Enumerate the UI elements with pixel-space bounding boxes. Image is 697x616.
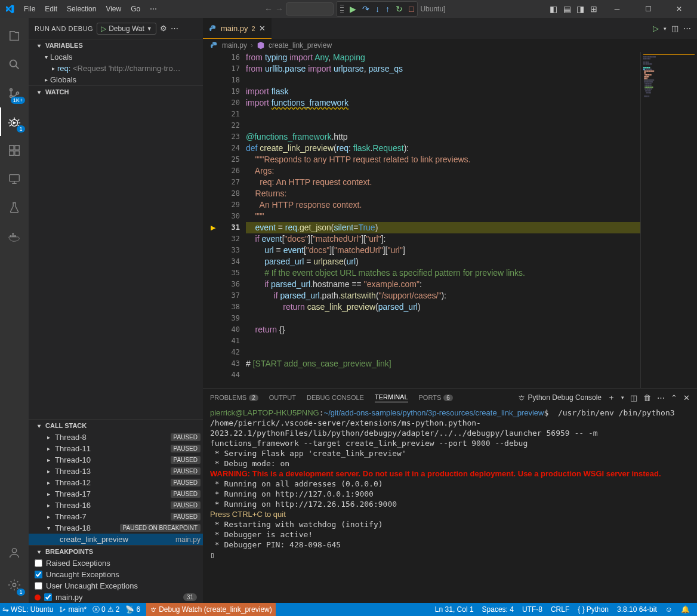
callstack-header[interactable]: ▾CALL STACK (29, 420, 203, 432)
tab-ports[interactable]: PORTS6 (419, 394, 453, 401)
thread-row[interactable]: ▸Thread-11PAUSED (29, 443, 203, 454)
variables-header[interactable]: ▾VARIABLES (29, 39, 203, 51)
menu-overflow[interactable]: ⋯ (145, 2, 162, 16)
variables-locals[interactable]: ▾Locals (29, 51, 203, 63)
extensions-icon[interactable] (0, 136, 29, 165)
step-out-icon[interactable]: ↑ (385, 4, 390, 14)
problems-status[interactable]: ⓧ0⚠2 (92, 605, 119, 615)
gutter[interactable]: ▶ (203, 52, 223, 388)
close-tab-icon[interactable]: ✕ (259, 24, 266, 33)
eol[interactable]: CRLF (551, 605, 569, 614)
tab-problems[interactable]: PROBLEMS2 (210, 394, 258, 401)
cursor-position[interactable]: Ln 31, Col 1 (435, 605, 474, 614)
nav-forward-icon[interactable]: → (275, 4, 283, 14)
tab-debug-console[interactable]: DEBUG CONSOLE (307, 394, 364, 401)
vscode-logo (5, 4, 14, 14)
debug-config-name: Debug Wat (109, 24, 144, 33)
terminal-output[interactable]: pierrick@LAPTOP-HKU5PNNG:~/git/add-ons-s… (203, 406, 697, 603)
bp-uncaught[interactable]: Uncaught Exceptions (29, 569, 203, 580)
svg-point-18 (60, 611, 61, 612)
breadcrumb[interactable]: main.py › create_link_preview (203, 39, 697, 52)
toggle-panel-left-icon[interactable]: ◧ (550, 4, 557, 14)
restart-icon[interactable]: ↻ (396, 4, 403, 14)
thread-row[interactable]: ▸Thread-16PAUSED (29, 500, 203, 511)
python-version[interactable]: 3.8.10 64-bit (617, 605, 657, 614)
git-branch[interactable]: main* (59, 605, 87, 614)
toggle-panel-bottom-icon[interactable]: ▤ (563, 4, 571, 14)
terminal-more-icon[interactable]: ⋯ (657, 393, 665, 402)
ports-status[interactable]: 📡6 (125, 605, 140, 614)
docker-icon[interactable] (0, 222, 29, 251)
step-over-icon[interactable]: ↷ (362, 4, 369, 14)
notifications-icon[interactable]: 🔔 (681, 605, 690, 614)
step-into-icon[interactable]: ↓ (375, 4, 380, 14)
stack-frame[interactable]: create_link_previewmain.py (29, 534, 203, 545)
menu-go[interactable]: Go (126, 2, 145, 16)
thread-row[interactable]: ▸Thread-17PAUSED (29, 488, 203, 500)
encoding[interactable]: UTF-8 (522, 605, 542, 614)
menu-view[interactable]: View (101, 2, 126, 16)
close-button[interactable]: ✕ (666, 0, 692, 18)
new-terminal-icon[interactable]: ＋ (607, 392, 615, 403)
minimize-button[interactable]: ─ (604, 0, 630, 18)
bp-raised[interactable]: Raised Exceptions (29, 558, 203, 569)
titlebar: FileEditSelectionViewGo ⋯ ← → ▶ ↷ ↓ ↑ ↻ … (0, 0, 697, 18)
more-actions-icon[interactable]: ⋯ (683, 24, 691, 33)
terminal-selector[interactable]: Python Debug Console (517, 393, 602, 402)
tab-main-py[interactable]: main.py 2 ✕ (203, 18, 272, 39)
kill-terminal-icon[interactable]: 🗑 (643, 393, 651, 402)
drag-grip-icon[interactable] (340, 4, 344, 14)
debug-status[interactable]: Debug Watch (create_link_preview) (146, 603, 276, 616)
code-editor[interactable]: from typing import Any, Mappingfrom urll… (246, 52, 640, 388)
testing-icon[interactable] (0, 193, 29, 222)
accounts-icon[interactable] (0, 538, 29, 567)
nav-back-icon[interactable]: ← (264, 4, 273, 14)
symbol-function-icon (257, 41, 265, 50)
gear-icon[interactable]: ⚙ (160, 24, 167, 33)
maximize-panel-icon[interactable]: ⌃ (671, 393, 677, 402)
debug-icon[interactable]: 1 (0, 107, 29, 136)
thread-row[interactable]: ▸Thread-10PAUSED (29, 454, 203, 466)
continue-icon[interactable]: ▶ (350, 4, 356, 14)
menu-selection[interactable]: Selection (62, 2, 101, 16)
variable-req[interactable]: ▸req: <Request 'http://charming-tro… (29, 63, 203, 74)
feedback-icon[interactable]: ☺ (665, 605, 673, 614)
menu-file[interactable]: File (19, 2, 40, 16)
settings-icon[interactable]: 1 (0, 571, 29, 599)
bp-file[interactable]: main.py31 (29, 592, 203, 603)
search-icon[interactable] (0, 50, 29, 79)
toggle-panel-right-icon[interactable]: ◨ (576, 4, 584, 14)
menu-edit[interactable]: Edit (40, 2, 62, 16)
stop-icon[interactable]: □ (409, 4, 414, 14)
source-control-icon[interactable]: 1K+ (0, 79, 29, 107)
thread-row[interactable]: ▸Thread-7PAUSED (29, 511, 203, 522)
editor-area: main.py 2 ✕ ▷▾ ◫ ⋯ main.py › create_link… (203, 18, 697, 603)
customize-layout-icon[interactable]: ⊞ (590, 4, 597, 14)
indentation[interactable]: Spaces: 4 (482, 605, 514, 614)
bp-user-uncaught[interactable]: User Uncaught Exceptions (29, 580, 203, 592)
thread-row[interactable]: ▾Thread-18PAUSED ON BREAKPOINT (29, 522, 203, 534)
explorer-icon[interactable] (0, 21, 29, 50)
tab-terminal[interactable]: TERMINAL (375, 393, 408, 402)
menubar: FileEditSelectionViewGo (19, 2, 145, 16)
minimap[interactable]: ████ ██████ ████████ ██████ ██████ █████… (640, 52, 697, 388)
maximize-button[interactable]: ☐ (635, 0, 661, 18)
more-icon[interactable]: ⋯ (171, 24, 178, 33)
command-center[interactable] (286, 2, 334, 16)
split-terminal-icon[interactable]: ◫ (630, 393, 637, 402)
language-mode[interactable]: { } Python (578, 605, 609, 614)
svg-point-1 (10, 89, 13, 91)
tab-output[interactable]: OUTPUT (269, 394, 296, 401)
remote-indicator[interactable]: ⇋WSL: Ubuntu (2, 605, 53, 614)
thread-row[interactable]: ▸Thread-12PAUSED (29, 477, 203, 488)
breakpoints-header[interactable]: ▾BREAKPOINTS (29, 546, 203, 558)
thread-row[interactable]: ▸Thread-8PAUSED (29, 432, 203, 443)
run-icon[interactable]: ▷ (653, 24, 659, 33)
remote-explorer-icon[interactable] (0, 165, 29, 193)
debug-config-selector[interactable]: ▷ Debug Wat ▼ (97, 23, 156, 35)
close-panel-icon[interactable]: ✕ (683, 393, 690, 402)
split-editor-icon[interactable]: ◫ (671, 24, 679, 33)
watch-header[interactable]: ▾WATCH (29, 86, 203, 98)
variables-globals[interactable]: ▸Globals (29, 74, 203, 85)
thread-row[interactable]: ▸Thread-13PAUSED (29, 466, 203, 477)
